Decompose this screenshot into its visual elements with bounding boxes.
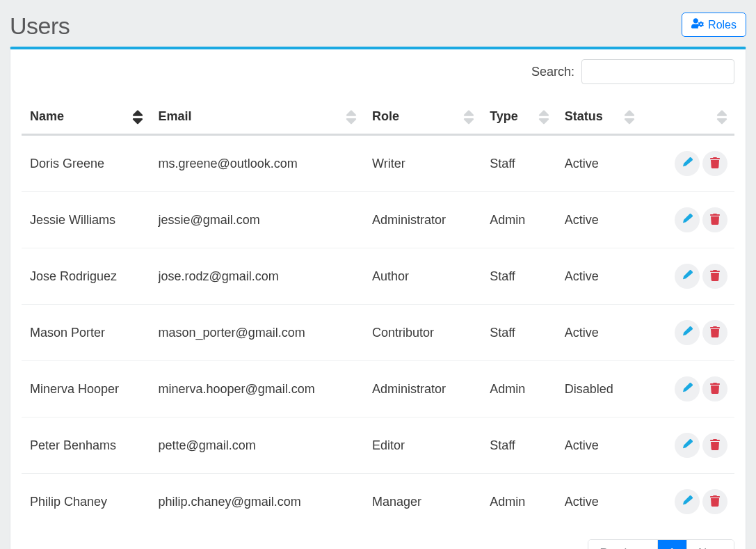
cell-role: Administrator xyxy=(364,192,481,248)
edit-icon xyxy=(682,326,693,340)
edit-button[interactable] xyxy=(675,376,700,401)
cell-email: jose.rodz@gmail.com xyxy=(150,248,364,305)
delete-button[interactable] xyxy=(702,151,727,176)
cell-actions xyxy=(642,305,734,361)
cell-actions xyxy=(642,361,734,417)
col-header-status[interactable]: Status xyxy=(556,91,642,135)
col-header-type[interactable]: Type xyxy=(481,91,556,135)
col-header-name-label: Name xyxy=(30,109,64,123)
sort-icon[interactable] xyxy=(346,108,357,119)
col-header-email[interactable]: Email xyxy=(150,91,364,135)
users-table: Name Email Role Type Status xyxy=(22,91,734,530)
edit-button[interactable] xyxy=(675,489,700,514)
table-row: Jose Rodriguezjose.rodz@gmail.comAuthorS… xyxy=(22,248,734,305)
cell-name: Jose Rodriguez xyxy=(22,248,150,305)
cell-actions xyxy=(642,474,734,530)
pagination: Previous 1 Next xyxy=(22,530,734,549)
cell-role: Manager xyxy=(364,474,481,530)
cell-email: jessie@gmail.com xyxy=(150,192,364,248)
cell-actions xyxy=(642,248,734,305)
edit-icon xyxy=(682,383,693,396)
trash-icon xyxy=(709,326,721,340)
cell-status: Active xyxy=(556,417,642,474)
cell-name: Peter Benhams xyxy=(22,417,150,474)
table-row: Doris Greenems.greene@outlook.comWriterS… xyxy=(22,135,734,192)
previous-button[interactable]: Previous xyxy=(588,540,657,549)
cell-role: Editor xyxy=(364,417,481,474)
roles-button[interactable]: Roles xyxy=(682,13,746,37)
col-header-role[interactable]: Role xyxy=(364,91,481,135)
table-row: Mason Portermason_porter@gmail.comContri… xyxy=(22,305,734,361)
cell-role: Contributor xyxy=(364,305,481,361)
trash-icon xyxy=(709,495,721,509)
table-row: Philip Chaneyphilip.chaney@gmail.comMana… xyxy=(22,474,734,530)
sort-icon[interactable] xyxy=(538,108,549,119)
cell-type: Admin xyxy=(481,192,556,248)
delete-button[interactable] xyxy=(702,376,727,401)
cell-email: mason_porter@gmail.com xyxy=(150,305,364,361)
cell-role: Administrator xyxy=(364,361,481,417)
cell-actions xyxy=(642,417,734,474)
sort-icon[interactable] xyxy=(132,108,143,119)
users-card: Search: Name Email Role xyxy=(10,47,746,549)
cell-actions xyxy=(642,135,734,192)
cell-email: ms.greene@outlook.com xyxy=(150,135,364,192)
cell-name: Minerva Hooper xyxy=(22,361,150,417)
cell-type: Staff xyxy=(481,248,556,305)
trash-icon xyxy=(709,439,721,452)
cell-status: Active xyxy=(556,474,642,530)
sort-icon[interactable] xyxy=(463,108,474,119)
edit-icon xyxy=(682,214,693,227)
cell-name: Mason Porter xyxy=(22,305,150,361)
cell-role: Writer xyxy=(364,135,481,192)
trash-icon xyxy=(709,157,721,170)
delete-button[interactable] xyxy=(702,489,727,514)
cell-actions xyxy=(642,192,734,248)
cell-status: Disabled xyxy=(556,361,642,417)
edit-button[interactable] xyxy=(675,320,700,345)
page-1-button[interactable]: 1 xyxy=(658,540,687,549)
sort-icon[interactable] xyxy=(716,108,727,119)
trash-icon xyxy=(709,214,721,227)
table-row: Peter Benhamspette@gmail.comEditorStaffA… xyxy=(22,417,734,474)
col-header-role-label: Role xyxy=(372,109,399,123)
roles-button-label: Roles xyxy=(708,19,737,31)
edit-button[interactable] xyxy=(675,151,700,176)
edit-icon xyxy=(682,495,693,509)
edit-icon xyxy=(682,439,693,452)
cell-status: Active xyxy=(556,248,642,305)
edit-icon xyxy=(682,157,693,170)
edit-icon xyxy=(682,270,693,283)
cell-status: Active xyxy=(556,135,642,192)
delete-button[interactable] xyxy=(702,320,727,345)
sort-icon[interactable] xyxy=(624,108,635,119)
cell-email: pette@gmail.com xyxy=(150,417,364,474)
cell-type: Staff xyxy=(481,305,556,361)
cell-type: Admin xyxy=(481,474,556,530)
cell-email: minerva.hooper@gmail.com xyxy=(150,361,364,417)
delete-button[interactable] xyxy=(702,207,727,232)
cell-name: Doris Greene xyxy=(22,135,150,192)
trash-icon xyxy=(709,270,721,283)
cell-type: Staff xyxy=(481,417,556,474)
edit-button[interactable] xyxy=(675,433,700,458)
search-input[interactable] xyxy=(581,59,734,84)
cell-name: Philip Chaney xyxy=(22,474,150,530)
col-header-email-label: Email xyxy=(159,109,192,123)
col-header-name[interactable]: Name xyxy=(22,91,150,135)
cell-email: philip.chaney@gmail.com xyxy=(150,474,364,530)
search-label: Search: xyxy=(531,65,574,79)
trash-icon xyxy=(709,383,721,396)
delete-button[interactable] xyxy=(702,264,727,289)
col-header-type-label: Type xyxy=(490,109,518,123)
edit-button[interactable] xyxy=(675,207,700,232)
edit-button[interactable] xyxy=(675,264,700,289)
user-cog-icon xyxy=(691,18,704,31)
cell-status: Active xyxy=(556,305,642,361)
delete-button[interactable] xyxy=(702,433,727,458)
col-header-actions xyxy=(642,91,734,135)
cell-name: Jessie Williams xyxy=(22,192,150,248)
next-button[interactable]: Next xyxy=(687,540,734,549)
cell-role: Author xyxy=(364,248,481,305)
cell-status: Active xyxy=(556,192,642,248)
